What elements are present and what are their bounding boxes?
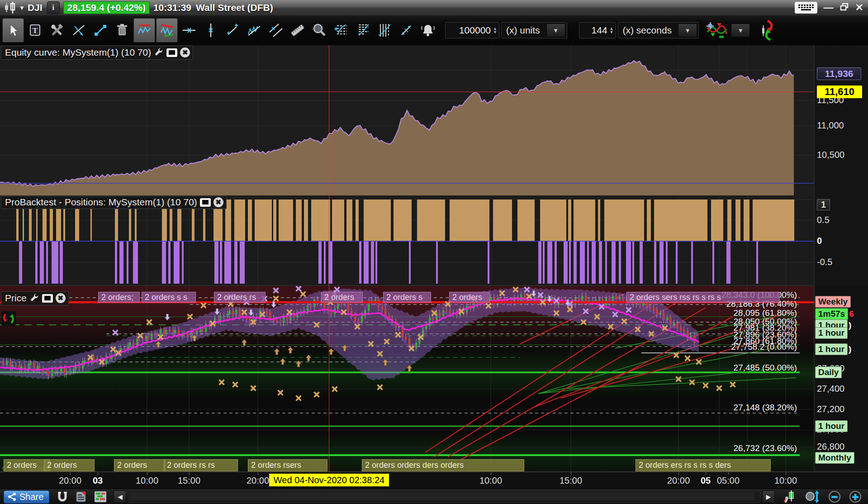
wrench-icon[interactable] [29, 292, 39, 304]
instrument-symbol[interactable]: DJI [28, 2, 43, 13]
sell-orders-badge[interactable]: 2 orders [449, 292, 490, 303]
market-name: Wall Street (DFB) [196, 2, 273, 13]
tool-pattern-top-button[interactable] [133, 18, 155, 43]
quantity-stepper[interactable]: 100000 ▲▼ [445, 22, 499, 38]
orders-arrows-icon[interactable] [759, 19, 779, 42]
time-tick [728, 472, 729, 475]
chevron-down-icon[interactable]: ▼ [546, 24, 565, 37]
buy-orders-badge[interactable]: 2 orders [44, 459, 95, 471]
timeframe-unit-select[interactable]: (x) seconds ▼ [618, 22, 699, 38]
trading-platform-window: ▼ DJI i 28,159.4 (+0.42%) 10:31:39 Wall … [0, 0, 868, 504]
timeframe-badge-1-hour[interactable]: 1 hour [815, 420, 848, 432]
quantity-unit-select[interactable]: (x) units ▼ [501, 22, 567, 38]
tool-horizontal-line-button[interactable] [179, 19, 199, 42]
magnifier-icon [312, 23, 327, 38]
minimize-button[interactable]: — [824, 0, 834, 15]
tool-text-button[interactable]: T [25, 19, 46, 42]
tool-magnifier-button[interactable] [309, 19, 330, 42]
timeframe-badge-1-hour[interactable]: 1 hour [815, 327, 848, 339]
chart-style-caret[interactable]: ▼ [731, 24, 750, 37]
chart-settings-icon[interactable] [783, 490, 797, 503]
instrument-dropdown-caret[interactable]: ▼ [19, 5, 25, 11]
window-icon[interactable] [42, 294, 53, 303]
badge-suffix: ) [849, 344, 851, 354]
share-button[interactable]: Share [4, 490, 49, 504]
timeframe-badge-weekly[interactable]: Weekly [815, 296, 851, 308]
timeframe-badge-1m57s[interactable]: 1m57s6 [815, 308, 848, 320]
tool-vertical-line-button[interactable] [200, 19, 221, 42]
quantity-value[interactable]: 100000 [450, 25, 491, 36]
trash-icon [114, 23, 130, 38]
tool-pointer-button[interactable] [2, 18, 24, 43]
tool-trend-cross-button[interactable] [68, 19, 89, 42]
time-axis-label: 20:00 [247, 475, 269, 486]
sell-orders-badge[interactable]: 2 orders; [98, 292, 140, 303]
tool-time-zones-button[interactable] [374, 19, 395, 42]
vertical-line-icon [203, 23, 218, 38]
positions-chart[interactable] [0, 195, 868, 286]
sell-orders-badge[interactable]: 2 orders s s [142, 292, 196, 303]
equity-curve-chart[interactable] [0, 45, 868, 195]
tool-alert-bell-button[interactable] [417, 19, 438, 42]
tool-pattern-channel-button[interactable] [156, 18, 178, 43]
timeframe-badge-daily[interactable]: Daily [815, 366, 842, 378]
tool-ruler-button[interactable] [287, 19, 308, 42]
time-axis-label: 10:00 [136, 475, 158, 486]
trend-cross-icon [71, 23, 86, 38]
timeframe-badge-monthly[interactable]: Monthly [815, 452, 854, 464]
vertical-zoom-icon[interactable] [805, 490, 820, 503]
timeframe-spin-arrows[interactable]: ▲▼ [610, 27, 614, 34]
chevron-down-icon[interactable]: ▼ [678, 24, 697, 37]
time-axis-label: 20:00 [667, 475, 690, 486]
window-icon[interactable] [166, 48, 177, 57]
sell-orders-badge[interactable]: 2 orders sers rss rs s rs s [626, 292, 780, 303]
chart-style-button[interactable] [703, 19, 730, 42]
scroll-left-button[interactable]: ◀ [114, 490, 126, 503]
sell-orders-badge[interactable]: 2 orders rs [214, 292, 266, 303]
timeframe-badge-1-hour[interactable]: 1 hour) [815, 343, 848, 355]
scroll-right-button[interactable]: ▶ [762, 490, 775, 503]
tool-segment-button[interactable] [222, 19, 243, 42]
quantity-spin-arrows[interactable]: ▲▼ [493, 27, 497, 34]
magnet-icon[interactable] [57, 491, 67, 503]
equity-panel-title-text: Equity curve: MySystem(1) (10 70) [5, 47, 151, 58]
buy-orders-badge[interactable]: 2 orders [114, 459, 166, 471]
tool-trash-button[interactable] [112, 19, 133, 42]
zoom-in-icon[interactable] [849, 490, 862, 503]
news-note-icon[interactable] [76, 491, 86, 503]
tool-fibonacci-button[interactable] [331, 19, 351, 42]
close-icon[interactable]: ✖ [213, 197, 223, 207]
sell-orders-badge[interactable]: 2 orders s [383, 292, 431, 303]
close-icon[interactable]: ✖ [180, 48, 190, 57]
window-icon[interactable] [200, 198, 211, 207]
tool-parallel-lines-button[interactable] [266, 19, 286, 42]
time-tick [258, 472, 258, 475]
buy-orders-badge[interactable]: 2 orders rs rs [164, 459, 238, 471]
tool-tools-button[interactable] [47, 19, 67, 42]
alert-bell-icon [420, 23, 436, 38]
horizontal-scrollbar[interactable] [128, 491, 760, 503]
buy-orders-badge[interactable]: 2 orders [4, 459, 50, 471]
tool-resize-button[interactable] [90, 19, 111, 42]
buy-orders-badge[interactable]: 2 orders ers rs s rs s ders [636, 459, 771, 471]
buy-orders-badge[interactable]: 2 orders orders ders orders [362, 459, 524, 471]
tool-arrow-line-button[interactable] [396, 19, 417, 42]
timeframe-value[interactable]: 144 [584, 25, 607, 36]
zoom-out-icon[interactable] [828, 490, 841, 503]
tool-fibonacci-ext-button[interactable] [352, 19, 373, 42]
timeframe-stepper[interactable]: 144 ▲▼ [579, 22, 616, 38]
sell-orders-badge[interactable]: 2 orders [321, 292, 363, 303]
wrench-icon[interactable] [154, 47, 164, 58]
scrollbar-thumb[interactable] [129, 492, 754, 500]
svg-text:T: T [33, 26, 38, 35]
buy-orders-badge[interactable]: 2 orders rsers [248, 459, 327, 471]
refresh-orders-icon[interactable] [1, 311, 16, 328]
info-icon[interactable]: i [47, 1, 60, 14]
restore-button[interactable] [840, 0, 849, 15]
tool-zigzag-button[interactable] [244, 19, 265, 42]
close-icon[interactable]: ✕ [855, 0, 863, 15]
positions-axis-label: 0 [817, 236, 822, 246]
keyboard-icon[interactable] [795, 2, 817, 14]
close-icon[interactable]: ✖ [56, 293, 66, 303]
backtest-report-icon[interactable] [95, 491, 106, 502]
